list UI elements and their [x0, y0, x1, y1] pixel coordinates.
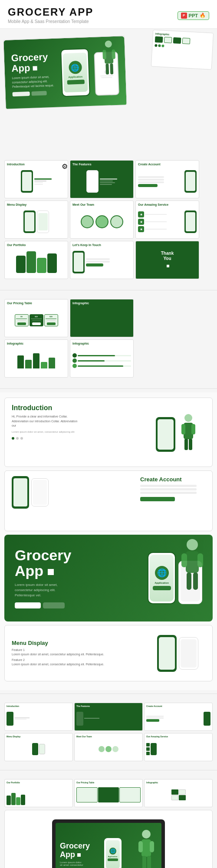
alpc1 — [76, 787, 98, 802]
slide-thankyou[interactable]: ThankYou — [135, 241, 199, 279]
hero-lbtn2[interactable] — [43, 602, 65, 608]
mnu-ph2 — [179, 637, 198, 670]
menu-content — [7, 207, 66, 236]
infog3-row3 — [72, 364, 131, 368]
create-title: Create Account — [138, 163, 197, 166]
xs-mph2 — [39, 744, 45, 754]
slide-features[interactable]: The Features — [70, 160, 134, 198]
large-hero-text: GroceryApp Lorem ipsum dolor sit amet, c… — [15, 548, 76, 608]
slide-introduction[interactable]: Introduction ⚙ — [4, 160, 68, 198]
xs-team[interactable]: Meet Our Team — [74, 733, 143, 761]
xs-create[interactable]: Create Account — [144, 703, 213, 731]
hero-btn-primary[interactable] — [13, 92, 30, 96]
infog1-content — [72, 306, 131, 335]
large-menu-slide[interactable]: Menu Display Feature 1Lorem ipsum dolor … — [4, 625, 213, 681]
mini-phone-dark — [21, 170, 33, 193]
large-create-text: Create Account — [134, 471, 212, 531]
xs-feat-label: The Features — [76, 705, 141, 707]
xs-features[interactable]: The Features — [74, 703, 143, 731]
xs-intro[interactable]: Introduction — [4, 703, 73, 731]
slide-team[interactable]: Meet Our Team — [70, 201, 134, 239]
slide-menu[interactable]: Menu Display — [4, 201, 68, 239]
info-dots — [155, 44, 210, 50]
service-icon-2: ★ — [138, 219, 144, 225]
slide-service[interactable]: Our Amazing Service ★ ★ ★ — [135, 201, 199, 239]
port-phone4 — [47, 253, 57, 273]
hero-lbtn1[interactable] — [15, 602, 41, 608]
svg-rect-3 — [112, 49, 115, 59]
info-blocks — [155, 36, 211, 46]
pricing-content: $9 $19 $29 — [7, 306, 66, 335]
xs-service-label: Our Amazing Service — [146, 735, 210, 738]
service-item-2: ★ — [138, 219, 183, 225]
touch-btn[interactable] — [86, 263, 103, 266]
hero-btn-secondary[interactable] — [31, 91, 46, 96]
xsl1 — [14, 717, 30, 718]
al-info[interactable]: Infographic — [144, 779, 213, 807]
title-area: GROCERY APP Mobile App & Saas Presentati… — [8, 6, 93, 24]
service-icon-1: ★ — [138, 211, 144, 217]
lpt-screen: 🌐 Application — [106, 840, 120, 868]
large-hero-slide[interactable]: GroceryApp Lorem ipsum dolor sit amet, c… — [4, 535, 213, 621]
aig2 — [179, 789, 186, 795]
slide-infographic-dark[interactable]: Infographic — [70, 299, 134, 337]
xs-create-fields — [146, 716, 203, 722]
infog3-title: Infographic — [72, 342, 131, 345]
pdl2 — [32, 321, 41, 321]
thankyou-square — [167, 265, 169, 267]
xs-ph — [7, 712, 13, 726]
svg-rect-2 — [102, 50, 106, 59]
xs-service[interactable]: Our Amazing Service — [144, 733, 213, 761]
thankyou-text: ThankYou — [161, 251, 174, 269]
xsi3 — [146, 752, 150, 755]
cr-ph1 — [12, 476, 29, 509]
form-field-2 — [138, 179, 164, 181]
slide-infographic-top[interactable]: Infographic — [151, 30, 214, 69]
large-intro-text: Introduction Hi, Provide a clear and inf… — [5, 398, 143, 467]
slide-row-3: Our Portfolio Let's Keep In Touch — [4, 241, 213, 279]
dot-a1 — [12, 437, 14, 440]
features-content-main — [72, 167, 131, 196]
slide-infographic-2[interactable]: Infographic — [4, 339, 68, 378]
hero-text: GroceryApp Lorem ipsum dolor sit amet, c… — [11, 51, 60, 97]
touch-screen — [74, 253, 83, 272]
create-btn[interactable] — [138, 184, 158, 187]
flist4 — [100, 184, 112, 185]
al-pricing[interactable]: Our Pricing Table — [74, 779, 143, 807]
ppt-icon: P — [181, 13, 187, 19]
svg-rect-19 — [141, 839, 151, 857]
bar5 — [49, 358, 55, 368]
slide-create-account[interactable]: Create Account — [135, 160, 199, 198]
svg-rect-20 — [138, 841, 143, 852]
price-label-3: $29 — [49, 316, 53, 318]
globe-icon: 🌐 — [69, 61, 82, 74]
hero-slide-main[interactable]: GroceryApp Lorem ipsum dolor sit amet, c… — [3, 36, 127, 109]
menu-title: Menu Display — [7, 203, 66, 206]
avatar-1 — [81, 215, 94, 228]
service-title: Our Amazing Service — [138, 203, 197, 206]
al-price-cards — [76, 785, 141, 805]
large-intro-slide[interactable]: Introduction Hi, Provide a clear and inf… — [4, 398, 213, 467]
svg-rect-4 — [105, 63, 109, 74]
bar1 — [17, 355, 24, 368]
lhero-cta — [153, 586, 171, 590]
slide-infographic-3[interactable]: Infographic — [70, 339, 134, 378]
al-portfolio[interactable]: Our Portfolio — [4, 779, 73, 807]
page-title: GROCERY APP — [8, 6, 93, 18]
xs-menu[interactable]: Menu Display — [4, 733, 73, 761]
large-hero-btns — [15, 602, 76, 608]
xsfl1 — [84, 718, 99, 719]
divider-1 — [0, 290, 217, 290]
fire-icon: 🔥 — [200, 13, 206, 18]
slide-touch[interactable]: Let's Keep In Touch — [70, 241, 134, 279]
cf-btn[interactable] — [140, 497, 175, 501]
team-title: Meet Our Team — [72, 203, 131, 206]
al-port-label: Our Portfolio — [7, 781, 71, 784]
large-create-slide[interactable]: Create Account — [4, 470, 213, 531]
ig3-fill1 — [78, 355, 115, 356]
slide-portfolio[interactable]: Our Portfolio — [4, 241, 68, 279]
large-hero-figure — [177, 537, 207, 602]
pl1 — [17, 320, 26, 320]
infog3-rows — [72, 353, 131, 368]
slide-pricing[interactable]: Our Pricing Table $9 $19 — [4, 299, 68, 337]
